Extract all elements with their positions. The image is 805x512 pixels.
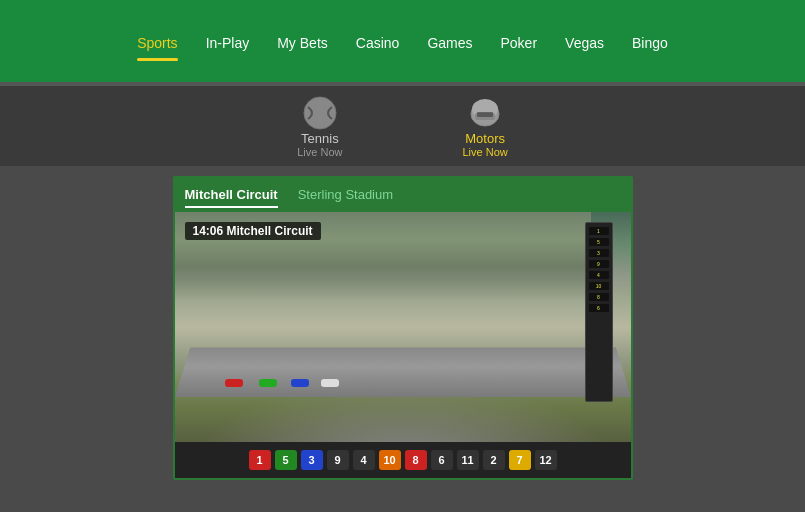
sb-row-1: 1	[589, 227, 609, 235]
car-blue	[291, 379, 309, 387]
sb-row-8: 6	[589, 304, 609, 312]
nav-item-poker[interactable]: Poker	[501, 35, 538, 57]
video-box: Mitchell Circuit Sterling Stadium 1 5 3 …	[173, 176, 633, 480]
car-green	[259, 379, 277, 387]
motors-name: Motors	[465, 131, 505, 146]
nav-item-bingo[interactable]: Bingo	[632, 35, 668, 57]
top-navigation: Sports In-Play My Bets Casino Games Poke…	[0, 0, 805, 82]
sb-row-2: 5	[589, 238, 609, 246]
nav-item-mybets[interactable]: My Bets	[277, 35, 328, 57]
video-tabs: Mitchell Circuit Sterling Stadium	[175, 178, 631, 212]
nav-item-inplay[interactable]: In-Play	[206, 35, 250, 57]
car-num-12[interactable]: 12	[535, 450, 557, 470]
video-display: 1 5 3 9 4 10 8 6 14:06 Mitchell Circuit	[175, 212, 631, 442]
live-sport-motors[interactable]: Motors Live Now	[463, 95, 508, 158]
vtab-mitchell[interactable]: Mitchell Circuit	[185, 187, 278, 204]
nav-item-sports[interactable]: Sports	[137, 35, 177, 57]
car-num-8[interactable]: 8	[405, 450, 427, 470]
nav-item-vegas[interactable]: Vegas	[565, 35, 604, 57]
sb-row-5: 4	[589, 271, 609, 279]
vtab-sterling[interactable]: Sterling Stadium	[298, 187, 393, 204]
nav-item-casino[interactable]: Casino	[356, 35, 400, 57]
car-num-3[interactable]: 3	[301, 450, 323, 470]
motors-status: Live Now	[463, 146, 508, 158]
car-red	[225, 379, 243, 387]
helmet-icon	[467, 95, 503, 131]
sb-row-4: 9	[589, 260, 609, 268]
car-num-2[interactable]: 2	[483, 450, 505, 470]
car-num-9[interactable]: 9	[327, 450, 349, 470]
sb-row-7: 8	[589, 293, 609, 301]
car-num-4[interactable]: 4	[353, 450, 375, 470]
tennis-icon	[302, 95, 338, 131]
car-num-7[interactable]: 7	[509, 450, 531, 470]
tennis-status: Live Now	[297, 146, 342, 158]
car-num-11[interactable]: 11	[457, 450, 479, 470]
svg-rect-4	[477, 112, 493, 117]
sb-row-6: 10	[589, 282, 609, 290]
car-num-5[interactable]: 5	[275, 450, 297, 470]
nav-item-games[interactable]: Games	[427, 35, 472, 57]
main-content: Mitchell Circuit Sterling Stadium 1 5 3 …	[0, 166, 805, 490]
video-timestamp: 14:06 Mitchell Circuit	[185, 222, 321, 240]
car-num-10[interactable]: 10	[379, 450, 401, 470]
live-sports-bar: Tennis Live Now Motors Live Now	[0, 86, 805, 166]
car-num-1[interactable]: 1	[249, 450, 271, 470]
cars-on-track	[225, 379, 339, 387]
car-numbers-strip: 153941086112712	[175, 442, 631, 478]
sb-row-3: 3	[589, 249, 609, 257]
car-white	[321, 379, 339, 387]
scoreboard-tower: 1 5 3 9 4 10 8 6	[585, 222, 613, 402]
tennis-name: Tennis	[301, 131, 339, 146]
track-strip	[175, 347, 631, 397]
svg-point-0	[304, 97, 336, 129]
live-sport-tennis[interactable]: Tennis Live Now	[297, 95, 342, 158]
car-num-6[interactable]: 6	[431, 450, 453, 470]
